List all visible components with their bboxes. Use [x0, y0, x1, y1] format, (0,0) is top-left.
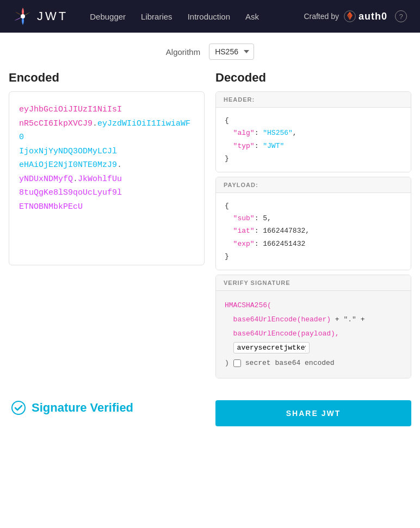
payload-sub-value: 5 — [263, 214, 267, 222]
navbar: JWT Debugger Libraries Introduction Ask … — [0, 0, 420, 33]
auth0-text: auth0 — [359, 11, 387, 22]
nav-ask[interactable]: Ask — [245, 12, 259, 21]
encoded-section: Encoded eyJhbGciOiJIUzI1NiIsInR5cCI6IkpX… — [9, 71, 205, 378]
payload-iat-key: "iat" — [233, 227, 255, 235]
share-jwt-button[interactable]: SHARE JWT — [215, 400, 411, 426]
jwt-dot2: . — [117, 160, 122, 170]
header-typ-value: "JWT" — [263, 142, 284, 150]
jwt-dot3: . — [73, 175, 78, 184]
logo-text: JWT — [37, 9, 68, 23]
nav-debugger[interactable]: Debugger — [90, 12, 126, 21]
payload-panel: PAYLOAD: { "sub": 5, "iat": 1662447832, … — [215, 177, 411, 270]
payload-sub-key: "sub" — [233, 214, 255, 222]
verify-label: VERIFY SIGNATURE — [216, 275, 411, 291]
header-alg-key: "alg" — [233, 129, 255, 137]
payload-colon1: : — [255, 214, 263, 222]
nav-introduction[interactable]: Introduction — [188, 12, 230, 21]
jwt-part3: yNDUxNDMyfQ — [19, 175, 73, 184]
nav-libraries[interactable]: Libraries — [141, 12, 172, 21]
b64-label: secret base64 encoded — [245, 356, 335, 370]
bottom-left: Signature Verified — [9, 389, 205, 415]
verified-check-icon — [11, 400, 26, 415]
auth0-icon — [343, 10, 356, 23]
decoded-title: Decoded — [215, 71, 411, 85]
encoded-title: Encoded — [9, 71, 205, 85]
verify-fn-name: HMACSHA256( — [225, 301, 271, 309]
b64-checkbox[interactable] — [233, 359, 241, 367]
jwt-dot1: . — [92, 119, 97, 128]
payload-exp-key: "exp" — [233, 240, 255, 248]
bottom-right: SHARE JWT — [215, 389, 411, 426]
verify-arg2: base64UrlEncode(payload), — [233, 330, 339, 338]
algorithm-select[interactable]: HS256 HS384 HS512 RS256 RS384 RS512 — [209, 44, 254, 60]
crafted-by-text: Crafted by — [304, 12, 339, 21]
payload-panel-label: PAYLOAD: — [216, 177, 411, 193]
svg-point-3 — [12, 401, 25, 414]
header-panel-body[interactable]: { "alg": "HS256", "typ": "JWT" } — [216, 108, 411, 172]
logo[interactable]: JWT — [13, 7, 68, 26]
signature-verified-text: Signature Verified — [32, 401, 133, 415]
header-close-brace: } — [225, 154, 229, 163]
algorithm-label: Algorithm — [166, 47, 200, 57]
nav-links: Debugger Libraries Introduction Ask — [90, 12, 304, 21]
verify-panel: VERIFY SIGNATURE HMACSHA256( base64UrlEn… — [215, 275, 411, 378]
svg-point-1 — [21, 14, 25, 18]
payload-comma2: , — [305, 227, 310, 235]
payload-colon3: : — [255, 240, 263, 248]
verify-close-paren: ) — [225, 356, 229, 370]
decoded-section: Decoded HEADER: { "alg": "HS256", "typ":… — [215, 71, 411, 378]
verify-dot: "." — [343, 315, 356, 324]
verify-body: HMACSHA256( base64UrlEncode(header) + ".… — [216, 291, 411, 378]
verify-arg1: base64UrlEncode(header) — [233, 315, 331, 324]
payload-comma1: , — [267, 214, 271, 222]
main-content: Encoded eyJhbGciOiJIUzI1NiIsInR5cCI6IkpX… — [0, 71, 420, 389]
payload-panel-body[interactable]: { "sub": 5, "iat": 1662447832, "exp": 16… — [216, 193, 411, 270]
auth0-badge[interactable]: auth0 — [343, 10, 387, 23]
crafted-by-area: Crafted by auth0 ? — [304, 10, 407, 23]
payload-colon2: : — [255, 227, 263, 235]
header-typ-key: "typ" — [233, 142, 255, 150]
signature-verified: Signature Verified — [9, 400, 205, 415]
encoded-box[interactable]: eyJhbGciOiJIUzI1NiIsInR5cCI6IkpXVCJ9.eyJ… — [9, 91, 205, 265]
header-panel-label: HEADER: — [216, 92, 411, 108]
header-panel: HEADER: { "alg": "HS256", "typ": "JWT" } — [215, 91, 411, 172]
verify-plus2: + — [361, 315, 365, 324]
payload-open-brace: { — [225, 202, 229, 210]
header-alg-value: "HS256" — [263, 129, 293, 137]
header-comma1: , — [293, 129, 297, 137]
secret-input[interactable] — [233, 342, 310, 353]
header-colon1: : — [255, 129, 263, 137]
payload-exp-value: 1662451432 — [263, 240, 305, 248]
header-open-brace: { — [225, 116, 229, 125]
algorithm-bar: Algorithm HS256 HS384 HS512 RS256 RS384 … — [0, 33, 420, 71]
help-button[interactable]: ? — [395, 10, 407, 22]
payload-iat-value: 1662447832 — [263, 227, 305, 235]
verify-plus1: + — [335, 315, 339, 324]
header-colon2: : — [255, 142, 263, 150]
bottom-row: Signature Verified SHARE JWT — [0, 389, 420, 426]
payload-close-brace: } — [225, 252, 229, 260]
jwt-logo-icon — [13, 7, 33, 26]
verify-footer: ) secret base64 encoded — [225, 356, 402, 370]
